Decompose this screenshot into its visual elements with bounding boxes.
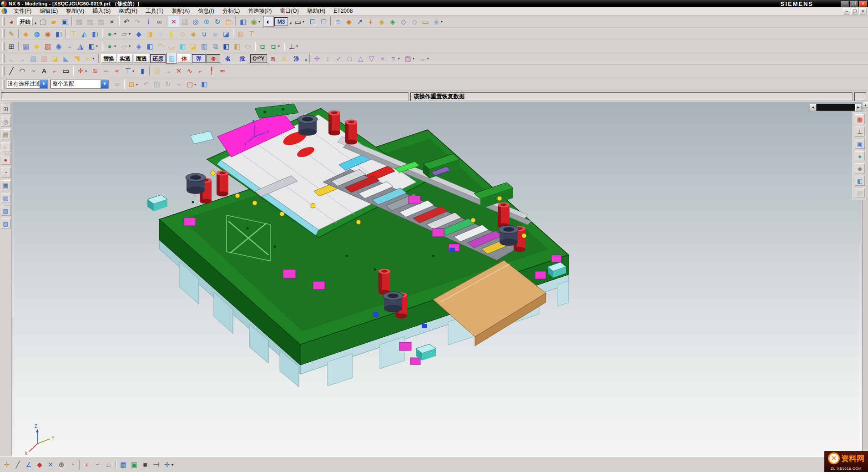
replace-component-button[interactable]: × (377, 53, 388, 64)
flange-surface-button[interactable]: ◣ (61, 53, 71, 64)
curve-smooth-button[interactable]: ≂ (217, 66, 228, 76)
minimize-button[interactable]: – (841, 1, 849, 7)
ruled-surface-button[interactable]: ▧ (39, 53, 50, 64)
curve-divide-button[interactable]: ╿ (206, 66, 217, 76)
menu-assemblies[interactable]: 装配(A) (167, 7, 194, 15)
menu-tools[interactable]: 工具(T) (141, 7, 167, 15)
edit-curve-doc-button[interactable]: ▤ (151, 66, 162, 76)
spline-button[interactable]: ~ (28, 66, 39, 76)
rendering-style-button[interactable]: ◉▾ (248, 16, 259, 27)
yellow-cube-box-button[interactable]: ⧈ (278, 53, 289, 64)
hd3d-button[interactable]: ▤ (855, 188, 865, 198)
point-on-curve-snap[interactable]: ~ (92, 459, 103, 470)
extrude-button[interactable]: ◆ (20, 28, 31, 39)
menu-preferences[interactable]: 首选项(P) (244, 7, 276, 15)
menu-et2008[interactable]: ET2008 (329, 7, 357, 15)
find-button[interactable]: ∞ (154, 16, 165, 27)
lock-tool[interactable]: ■ (140, 459, 151, 470)
mdi-minimize-button[interactable]: – (843, 8, 850, 15)
lift-component-button[interactable]: ↕ (323, 53, 333, 64)
bend-surface-button[interactable]: ◥ (71, 53, 82, 64)
cylinder-curve-button[interactable]: ▮ (137, 66, 148, 76)
snap-point-toggle[interactable]: ✛ (1, 459, 12, 470)
palette1-tab[interactable]: ▦ (1, 180, 11, 190)
ribbon-button[interactable]: ⌐▾ (82, 53, 93, 64)
gem-yellow-button[interactable]: ◆ (31, 41, 42, 51)
select-box-button[interactable]: ⊡▾ (126, 79, 137, 90)
wedge-pin-button[interactable]: ◮ (75, 41, 86, 51)
cube-drop-button[interactable]: ◧▾ (86, 41, 97, 51)
datum-plane-button[interactable]: ▱▾ (119, 28, 130, 39)
constrain-component-button[interactable]: △ (355, 53, 366, 64)
component-doc-button[interactable]: ≡▾ (388, 53, 399, 64)
paste-button[interactable]: ▦ (96, 16, 106, 27)
toolbar-grip[interactable] (2, 29, 5, 38)
cylinder-constraint-button[interactable]: ▽ (366, 53, 377, 64)
redo-button[interactable]: ↷ (132, 16, 143, 27)
move-component-button[interactable]: ✛ (312, 53, 323, 64)
information-button[interactable]: i (143, 16, 154, 27)
green-cube-button[interactable]: ●▾ (104, 41, 115, 51)
viewport-horizontal-scrollbar[interactable]: ◀ ▶ (810, 104, 862, 111)
replace-button[interactable]: 替换 (101, 54, 116, 63)
curve-arrow-button[interactable]: → (162, 66, 173, 76)
component-squares-button-dropdown-icon[interactable]: ▾ (413, 56, 416, 61)
assembly-navigator-tab[interactable]: ⊞ (1, 104, 11, 114)
menu-edit[interactable]: 编辑(E) (35, 7, 62, 15)
part-navigator-tab[interactable]: ▤ (1, 129, 11, 139)
lasso-button-dropdown-icon[interactable]: ▾ (194, 82, 198, 86)
line-button[interactable]: ╱ (6, 66, 17, 76)
trim-curve3-button[interactable]: ≈ (111, 66, 122, 76)
copy-button[interactable]: ▦ (85, 16, 96, 27)
bowl-button[interactable]: ◒ (64, 41, 75, 51)
cube-drop-button-dropdown-icon[interactable]: ▾ (96, 44, 100, 48)
hatch-plane-button[interactable]: ▨ (42, 41, 53, 51)
scrollbar-track[interactable] (816, 104, 855, 111)
synchronous-button[interactable]: ●▾ (104, 28, 115, 39)
ribbon-button-dropdown-icon[interactable]: ▾ (92, 56, 96, 61)
selection-filter-dropdown-icon[interactable]: ▼ (40, 80, 47, 88)
m3-layer-button[interactable]: M3▾ (274, 17, 288, 26)
red-cube-box-button[interactable]: ⧈ (267, 53, 278, 64)
dark-cube-button[interactable]: ◧ (221, 41, 232, 51)
trim-body-button[interactable]: ◭ (79, 28, 90, 39)
web-browser-tab[interactable]: ● (1, 155, 11, 165)
center-button[interactable]: ⊕ (207, 54, 220, 63)
rendering-style-button-dropdown-icon[interactable]: ▾ (258, 20, 262, 24)
start-button-dropdown-icon[interactable]: ▾ (35, 20, 36, 27)
striped-cube-button[interactable]: ▥ (199, 41, 210, 51)
component-dim-button-dropdown-icon[interactable]: ▾ (427, 56, 431, 61)
menu-insert[interactable]: 插入(S) (88, 7, 115, 15)
wedge-button[interactable]: ◪ (221, 28, 232, 39)
diamond-gray-button[interactable]: ◇ (409, 16, 420, 27)
green-pin-button[interactable]: ◘ (257, 41, 268, 51)
block-button[interactable]: ◧ (53, 28, 64, 39)
mdi-restore-button[interactable]: ❐ (851, 8, 858, 15)
cube-pair-button[interactable]: ⧉ (210, 41, 221, 51)
menu-analysis[interactable]: 分析(L) (218, 7, 244, 15)
grid-snap[interactable]: ▦ (118, 459, 129, 470)
revolve-button[interactable]: ◍ (31, 28, 42, 39)
tan-cube-button[interactable]: ◧ (232, 41, 242, 51)
curve-corner-button[interactable]: ⌐ (195, 66, 206, 76)
pattern-face-button[interactable]: ⊤ (246, 28, 257, 39)
arc-center-snap[interactable]: ⊕ (56, 459, 67, 470)
toolbar-grip[interactable] (2, 54, 5, 63)
blade-button[interactable]: ▮ (155, 28, 166, 39)
clip-section-button[interactable]: ▭▾ (293, 16, 303, 27)
measure-distance-button[interactable]: ▭ (420, 16, 431, 27)
undo-selection-button[interactable]: ↶ (141, 79, 151, 90)
new-window-button[interactable]: ⧠ (307, 16, 318, 27)
sketch-button[interactable]: ✎ (6, 28, 17, 39)
point-button[interactable]: ✛▾ (75, 66, 86, 76)
tube-button[interactable]: ◈ (188, 28, 199, 39)
split-cube-button[interactable]: ◧ (177, 41, 188, 51)
graphics-viewport[interactable]: Z X Y Z Y X (0, 102, 868, 457)
trim-curve2-button[interactable]: ∽ (101, 66, 111, 76)
menu-format[interactable]: 格式(R) (115, 7, 141, 15)
cube-button[interactable]: ◧ (90, 28, 101, 39)
selection-scope-combo[interactable]: 整个装配 ▼ (50, 80, 109, 89)
unite-button[interactable]: ◆ (133, 28, 144, 39)
text-button[interactable]: A (39, 66, 50, 76)
drag-component-button[interactable]: ✓ (333, 53, 344, 64)
